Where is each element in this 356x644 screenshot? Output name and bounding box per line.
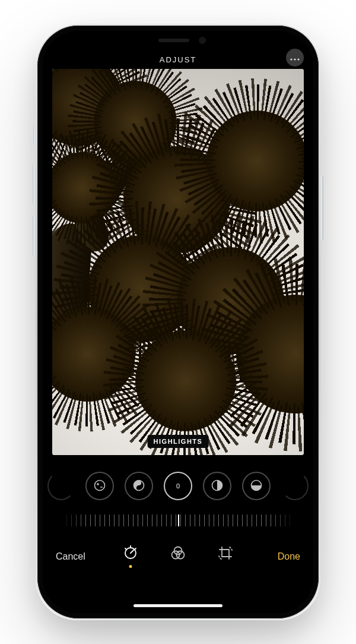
dial-peek-right[interactable] — [281, 472, 309, 500]
device-frame: ADJUST — [36, 24, 320, 620]
dial-peek-left[interactable] — [47, 472, 75, 500]
slider-ticks — [62, 514, 294, 526]
photo-preview[interactable]: HIGHLIGHTS — [52, 69, 304, 455]
svg-line-12 — [135, 548, 136, 550]
svg-line-14 — [131, 550, 134, 553]
ellipsis-icon — [290, 53, 300, 62]
dial-exposure[interactable] — [85, 472, 114, 500]
home-indicator[interactable] — [134, 604, 223, 607]
dial-shadows[interactable] — [203, 472, 231, 500]
plus-minus-icon — [94, 479, 106, 493]
edit-header: ADJUST — [43, 48, 313, 71]
parameter-label: HIGHLIGHTS — [148, 435, 209, 448]
device-notch — [116, 31, 240, 49]
tab-adjust[interactable] — [120, 544, 141, 564]
active-tab-indicator — [129, 565, 132, 568]
edit-mode-tabs — [43, 537, 313, 570]
photo-edit-screen: ADJUST — [43, 31, 313, 613]
value-slider[interactable] — [62, 511, 294, 530]
dial-value-label: 0 — [176, 482, 180, 490]
svg-point-0 — [290, 58, 292, 60]
half-circle-horizontal-icon — [250, 479, 262, 493]
half-circle-vertical-icon — [211, 479, 223, 493]
dial-highlights[interactable]: 0 — [164, 472, 192, 500]
more-options-button[interactable] — [286, 49, 304, 67]
svg-point-2 — [297, 58, 299, 60]
filters-icon — [170, 545, 186, 563]
tab-filters[interactable] — [168, 544, 188, 564]
edit-mode-title: ADJUST — [160, 55, 197, 64]
stage: ADJUST — [0, 0, 356, 644]
adjust-dial-icon — [123, 545, 138, 563]
dial-brilliance[interactable] — [125, 472, 153, 500]
svg-point-1 — [294, 58, 295, 60]
svg-line-13 — [125, 548, 126, 550]
tab-crop[interactable] — [215, 544, 236, 564]
dial-contrast[interactable] — [242, 472, 271, 500]
svg-point-3 — [95, 481, 105, 491]
yin-yang-icon — [133, 479, 145, 493]
adjust-dial-row[interactable]: 0 — [43, 467, 313, 505]
crop-rotate-icon — [218, 545, 233, 563]
